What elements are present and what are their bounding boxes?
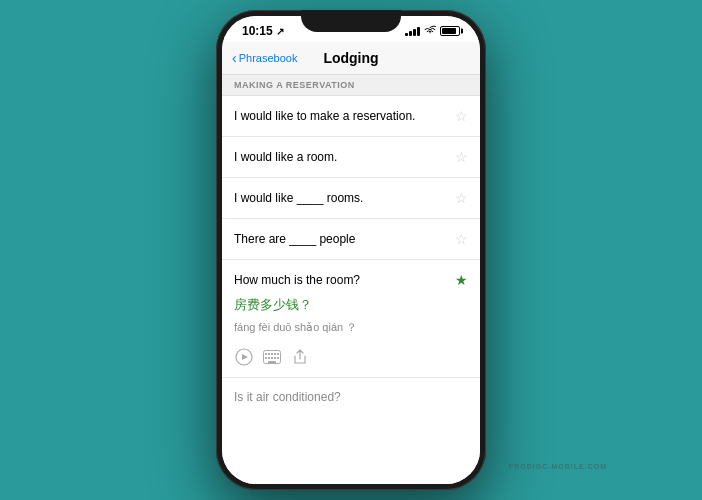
- svg-rect-3: [265, 353, 267, 355]
- back-button[interactable]: ‹ Phrasebook: [232, 50, 297, 66]
- phrase-text: I would like to make a reservation.: [234, 109, 447, 123]
- svg-rect-13: [268, 361, 276, 363]
- phrase-item[interactable]: There are ____ people ☆: [222, 219, 480, 260]
- phrase-text: I would like a room.: [234, 150, 447, 164]
- last-phrase-text: Is it air conditioned?: [234, 390, 341, 404]
- notch: [301, 16, 401, 32]
- expanded-phrase-item[interactable]: How much is the room? ★ 房费多少钱？ fáng fèi …: [222, 260, 480, 378]
- chinese-translation: 房费多少钱？: [222, 296, 480, 320]
- pinyin-translation: fáng fèi duō shǎo qián ？: [222, 320, 480, 343]
- content-area: MAKING A RESERVATION I would like to mak…: [222, 75, 480, 484]
- star-icon[interactable]: ☆: [455, 190, 468, 206]
- location-arrow-icon: ↗: [276, 26, 284, 37]
- nav-bar: ‹ Phrasebook Lodging: [222, 42, 480, 75]
- svg-rect-7: [277, 353, 279, 355]
- phrase-item[interactable]: I would like ____ rooms. ☆: [222, 178, 480, 219]
- phone-outer: 10:15 ↗: [216, 10, 486, 490]
- svg-rect-9: [268, 357, 270, 359]
- battery-icon: [440, 26, 460, 36]
- audio-controls: [222, 343, 480, 377]
- svg-rect-4: [268, 353, 270, 355]
- status-icons: [405, 25, 460, 37]
- phrase-item[interactable]: I would like a room. ☆: [222, 137, 480, 178]
- svg-rect-10: [271, 357, 273, 359]
- phrase-text: There are ____ people: [234, 232, 447, 246]
- svg-rect-8: [265, 357, 267, 359]
- signal-bars-icon: [405, 26, 420, 36]
- star-icon[interactable]: ☆: [455, 149, 468, 165]
- svg-rect-11: [274, 357, 276, 359]
- wifi-icon: [424, 25, 436, 37]
- phone-inner: 10:15 ↗: [222, 16, 480, 484]
- nav-title: Lodging: [323, 50, 378, 66]
- star-icon[interactable]: ☆: [455, 231, 468, 247]
- phrase-item[interactable]: I would like to make a reservation. ☆: [222, 96, 480, 137]
- audio-play-button[interactable]: [234, 347, 254, 367]
- svg-marker-1: [242, 354, 248, 360]
- section-header: MAKING A RESERVATION: [222, 75, 480, 96]
- status-time: 10:15 ↗: [242, 24, 284, 38]
- phrase-text: I would like ____ rooms.: [234, 191, 447, 205]
- star-icon[interactable]: ☆: [455, 108, 468, 124]
- watermark: PRODIGC-MOBILE.COM: [509, 463, 608, 470]
- svg-rect-6: [274, 353, 276, 355]
- keyboard-button[interactable]: [262, 347, 282, 367]
- svg-rect-12: [277, 357, 279, 359]
- expanded-phrase-text: How much is the room?: [234, 273, 447, 287]
- chevron-left-icon: ‹: [232, 50, 237, 66]
- last-phrase-item[interactable]: Is it air conditioned?: [222, 378, 480, 416]
- star-icon-filled[interactable]: ★: [455, 272, 468, 288]
- share-button[interactable]: [290, 347, 310, 367]
- svg-rect-5: [271, 353, 273, 355]
